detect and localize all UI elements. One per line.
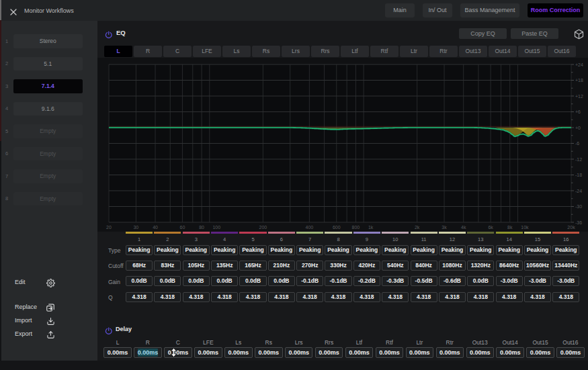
svg-text:-18: -18 <box>575 173 582 177</box>
svg-text:-30: -30 <box>575 204 582 209</box>
svg-text:200: 200 <box>259 225 267 230</box>
svg-text:60: 60 <box>180 225 185 230</box>
svg-text:8k: 8k <box>507 225 513 230</box>
svg-text:6k: 6k <box>488 225 493 230</box>
svg-text:100: 100 <box>212 225 220 230</box>
svg-text:20: 20 <box>106 225 112 230</box>
svg-text:+6: +6 <box>575 109 581 114</box>
svg-text:80: 80 <box>199 225 204 230</box>
svg-text:10k: 10k <box>521 225 529 230</box>
svg-text:+0: +0 <box>575 126 581 130</box>
svg-text:-36: -36 <box>575 220 582 225</box>
svg-text:4k: 4k <box>461 225 466 230</box>
svg-text:2k: 2k <box>415 225 420 230</box>
svg-text:3k: 3k <box>442 225 447 230</box>
svg-text:-6: -6 <box>575 141 579 146</box>
svg-text:1k: 1k <box>368 225 374 230</box>
svg-text:400: 400 <box>306 225 314 230</box>
svg-text:800: 800 <box>352 225 360 230</box>
svg-text:+18: +18 <box>575 78 583 83</box>
svg-text:+12: +12 <box>575 94 583 99</box>
svg-text:40: 40 <box>153 225 158 230</box>
svg-text:-24: -24 <box>575 189 582 193</box>
svg-text:600: 600 <box>333 225 341 230</box>
svg-text:+24: +24 <box>575 62 583 67</box>
svg-text:20k: 20k <box>567 225 575 230</box>
svg-text:-12: -12 <box>575 157 582 162</box>
svg-text:30: 30 <box>133 225 138 230</box>
